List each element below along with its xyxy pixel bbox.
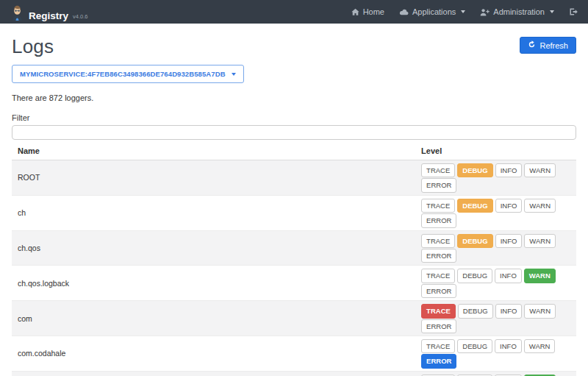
- logger-name: ch: [12, 195, 415, 230]
- loggers-count-text: There are 872 loggers.: [12, 93, 576, 102]
- logger-name: com.codahale: [12, 336, 415, 371]
- column-header-name: Name: [12, 141, 415, 160]
- chevron-down-icon: [461, 10, 465, 13]
- loggers-table-body: ROOT TRACEDEBUGINFOWARNERROR ch TRACEDEB…: [12, 160, 576, 376]
- level-button-error[interactable]: ERROR: [421, 249, 456, 263]
- cloud-icon: [399, 8, 409, 16]
- level-button-info[interactable]: INFO: [495, 234, 523, 248]
- level-button-error[interactable]: ERROR: [421, 354, 456, 368]
- level-button-debug[interactable]: DEBUG: [457, 234, 492, 248]
- brand-name: Registry: [29, 11, 68, 21]
- level-button-error[interactable]: ERROR: [421, 178, 456, 192]
- level-button-warn[interactable]: WARN: [524, 304, 556, 318]
- table-row: com TRACEDEBUGINFOWARNERROR: [12, 301, 576, 336]
- home-icon: [351, 8, 359, 16]
- level-buttons: TRACEDEBUGINFOWARNERROR: [415, 195, 576, 230]
- level-button-warn[interactable]: WARN: [524, 339, 556, 353]
- level-button-trace[interactable]: TRACE: [421, 234, 455, 248]
- table-row: ch.qos TRACEDEBUGINFOWARNERROR: [12, 230, 576, 266]
- level-button-info[interactable]: INFO: [495, 163, 523, 177]
- logger-name: ch.qos: [12, 230, 415, 266]
- level-button-trace[interactable]: TRACE: [421, 339, 455, 353]
- jhipster-logo-icon: [10, 4, 24, 21]
- nav-item-applications[interactable]: Applications: [399, 7, 465, 16]
- logger-name: com: [12, 301, 415, 336]
- table-row: ch.qos.logback TRACEDEBUGINFOWARNERROR: [12, 266, 576, 301]
- nav-item-home[interactable]: Home: [351, 7, 384, 16]
- nav-administration-label: Administration: [493, 7, 545, 16]
- instance-selector-label: MYMICROSERVICE:4F7EB86C3498366DE764D932B…: [20, 70, 226, 78]
- level-button-trace[interactable]: TRACE: [421, 269, 455, 283]
- level-button-debug[interactable]: DEBUG: [457, 339, 492, 353]
- level-button-debug[interactable]: DEBUG: [457, 269, 492, 283]
- nav-item-administration[interactable]: Administration: [480, 7, 554, 16]
- level-button-trace[interactable]: TRACE: [421, 304, 456, 318]
- nav-home-label: Home: [363, 7, 384, 16]
- table-row: ch TRACEDEBUGINFOWARNERROR: [12, 195, 576, 230]
- logs-page: Logs Refresh MYMICROSERVICE:4F7EB86C3498…: [0, 35, 588, 376]
- level-buttons: TRACEDEBUGINFOWARNERROR: [415, 160, 576, 196]
- top-navbar: Registry v4.0.6 Home Applications: [0, 0, 588, 24]
- level-button-debug[interactable]: DEBUG: [457, 163, 492, 177]
- level-button-warn[interactable]: WARN: [524, 163, 556, 177]
- level-button-info[interactable]: INFO: [495, 304, 523, 318]
- table-header-row: Name Level: [12, 141, 576, 160]
- level-button-debug[interactable]: DEBUG: [458, 304, 493, 318]
- brand-version: v4.0.6: [73, 13, 87, 21]
- filter-label: Filter: [12, 113, 576, 122]
- nav-applications-label: Applications: [412, 7, 456, 16]
- caret-down-icon: [232, 73, 236, 76]
- level-button-error[interactable]: ERROR: [421, 213, 456, 227]
- refresh-icon: [528, 40, 536, 50]
- level-button-info[interactable]: INFO: [495, 199, 523, 213]
- level-button-trace[interactable]: TRACE: [421, 163, 455, 177]
- level-button-warn[interactable]: WARN: [524, 269, 556, 283]
- level-button-error[interactable]: ERROR: [421, 319, 456, 333]
- sign-out-button[interactable]: [569, 7, 578, 16]
- instance-selector-dropdown[interactable]: MYMICROSERVICE:4F7EB86C3498366DE764D932B…: [12, 65, 244, 83]
- loggers-table: Name Level ROOT TRACEDEBUGINFOWARNERROR …: [12, 141, 576, 376]
- nav-menu: Home Applications Administration: [351, 7, 578, 16]
- level-button-error[interactable]: ERROR: [421, 284, 456, 298]
- level-buttons: TRACEDEBUGINFOWARNERROR: [415, 336, 576, 371]
- table-row: com.codahale TRACEDEBUGINFOWARNERROR: [12, 336, 576, 371]
- level-buttons: TRACEDEBUGINFOWARNERROR: [415, 301, 576, 336]
- logger-name: com.codahale.metrics: [12, 371, 415, 376]
- level-buttons: TRACEDEBUGINFOWARNERROR: [415, 230, 576, 266]
- table-row: com.codahale.metrics TRACEDEBUGINFOWARNE…: [12, 371, 576, 376]
- level-button-warn[interactable]: WARN: [524, 234, 556, 248]
- refresh-button[interactable]: Refresh: [520, 37, 576, 54]
- filter-input[interactable]: [12, 125, 576, 140]
- page-title: Logs: [12, 35, 54, 58]
- brand-link[interactable]: Registry v4.0.6: [10, 3, 87, 21]
- logger-name: ch.qos.logback: [12, 266, 415, 301]
- level-buttons: TRACEDEBUGINFOWARNERROR: [415, 371, 576, 376]
- sign-out-icon: [569, 7, 578, 16]
- level-button-warn[interactable]: WARN: [524, 199, 556, 213]
- column-header-level: Level: [415, 141, 576, 160]
- logger-name: ROOT: [12, 160, 415, 196]
- table-row: ROOT TRACEDEBUGINFOWARNERROR: [12, 160, 576, 196]
- level-button-info[interactable]: INFO: [495, 339, 522, 353]
- level-button-debug[interactable]: DEBUG: [457, 199, 492, 213]
- refresh-label: Refresh: [539, 41, 568, 50]
- level-buttons: TRACEDEBUGINFOWARNERROR: [415, 266, 576, 301]
- level-button-trace[interactable]: TRACE: [421, 199, 455, 213]
- user-plus-icon: [480, 8, 490, 16]
- chevron-down-icon: [550, 10, 554, 13]
- level-button-info[interactable]: INFO: [495, 269, 522, 283]
